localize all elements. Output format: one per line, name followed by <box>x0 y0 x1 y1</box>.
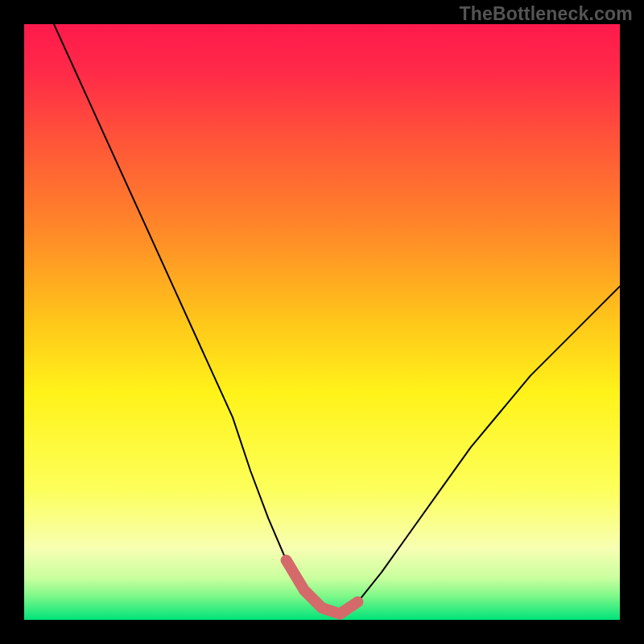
watermark-text: TheBottleneck.com <box>459 3 633 25</box>
plot-svg <box>24 24 620 620</box>
plot-area <box>24 24 620 620</box>
gradient-rect <box>24 24 620 620</box>
chart-stage: TheBottleneck.com <box>0 0 644 644</box>
